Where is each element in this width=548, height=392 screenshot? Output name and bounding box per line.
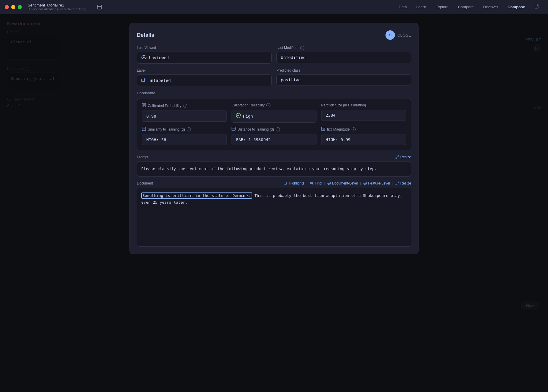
label-label: Label (137, 68, 272, 73)
last-modified-field: Last Modified i Unmodified (276, 46, 411, 64)
svg-rect-6 (142, 79, 145, 82)
svg-rect-16 (232, 127, 235, 131)
document-text: Something is brilliant in the state of D… (137, 188, 411, 247)
document-section-header: Document Highlights | (137, 181, 411, 185)
magnitude-info-icon: i (352, 127, 356, 131)
distance-icon (232, 127, 236, 132)
modal-refresh-button[interactable]: ↻ (385, 30, 395, 40)
svg-point-26 (329, 183, 330, 184)
app-title: SentimentTutorial.re1 (28, 3, 86, 7)
last-modified-info-icon: i (300, 46, 304, 50)
similarity-value: HIGH: 56 (142, 134, 227, 145)
calibrated-prob-label: Calibrated Probability i (142, 103, 227, 108)
predicted-class-field: Predicted class positive (276, 68, 411, 86)
magnitude-label: f(x) f(x) Magnitude i (321, 127, 406, 132)
last-modified-label: Last Modified i (276, 46, 411, 50)
app-subtitle: Binary classification (+search+reranking… (28, 7, 86, 11)
svg-point-22 (311, 182, 313, 184)
svg-line-23 (312, 184, 313, 185)
viewed-modified-row: Last Viewed Unviewed Last Modified i (137, 46, 411, 64)
modal-title: Details (137, 32, 154, 38)
close-window-button[interactable] (5, 5, 9, 9)
prompt-section-header: Prompt Resize (137, 155, 411, 159)
prompt-section: Prompt Resize Please classify the sentim… (137, 155, 411, 177)
app-title-block: SentimentTutorial.re1 Binary classificat… (28, 3, 86, 11)
predicted-class-value: positive (276, 74, 411, 85)
calibration-reliability-value: High (232, 110, 316, 123)
label-text: unlabeled (148, 78, 171, 83)
similarity-info-icon: i (187, 127, 191, 131)
svg-point-24 (311, 182, 312, 183)
modal-header: Details ↻ CLOSE (137, 30, 411, 40)
svg-rect-13 (142, 127, 146, 131)
eye-icon (141, 55, 147, 60)
predicted-class-label: Predicted class (276, 68, 411, 73)
nav-data[interactable]: Data (395, 3, 411, 11)
svg-text:f(x): f(x) (322, 128, 325, 130)
last-modified-value: Unmodified (276, 52, 411, 63)
magnitude-icon: f(x) (321, 127, 325, 132)
calibration-reliability-field: Calibration Reliability i High (232, 103, 316, 123)
partition-size-field: Partition Size (in Calibration) 2384 (321, 103, 406, 123)
partition-size-label: Partition Size (in Calibration) (321, 103, 406, 107)
modal-overlay: Details ↻ CLOSE Last Viewed Unviewed (0, 14, 548, 392)
uncertainty-box: Calibrated Probability i 0.98 Calibratio… (137, 98, 411, 150)
calibrated-prob-icon (142, 103, 146, 108)
document-controls: Highlights | Find | (284, 181, 411, 185)
nav-discover[interactable]: Discover (479, 3, 502, 11)
shield-icon (236, 113, 241, 119)
svg-rect-0 (97, 5, 101, 9)
calibration-reliability-label: Calibration Reliability i (232, 103, 316, 107)
calibrated-prob-field: Calibrated Probability i 0.98 (142, 103, 227, 123)
document-section: Document Highlights | (137, 181, 411, 247)
distance-value: FAR: 1.5980942 (232, 134, 316, 145)
feature-level-button[interactable]: Feature-Level (363, 181, 390, 185)
nav-learn[interactable]: Learn (412, 3, 430, 11)
calibrated-prob-value: 0.98 (142, 111, 227, 122)
tag-icon (141, 78, 146, 83)
titlebar: SentimentTutorial.re1 Binary classificat… (0, 0, 548, 14)
distance-info-icon: i (276, 127, 280, 131)
maximize-window-button[interactable] (18, 5, 22, 9)
label-predicted-row: Label unlabeled Predicted class positi (137, 68, 411, 86)
layers-icon[interactable] (95, 2, 104, 12)
prompt-text: Please classify the sentiment of the fol… (137, 162, 411, 177)
uncertainty-section: Uncertainty (137, 91, 411, 150)
minimize-window-button[interactable] (11, 5, 15, 9)
document-resize-button[interactable]: Resize (396, 181, 411, 185)
last-viewed-value: Unviewed (137, 52, 272, 64)
similarity-field: Similarity to Training (q) i HIGH: 56 (142, 127, 227, 145)
similarity-label: Similarity to Training (q) i (142, 127, 227, 132)
highlights-button[interactable]: Highlights (284, 181, 304, 185)
window-controls (5, 5, 22, 9)
modal-close-area: ↻ CLOSE (385, 30, 411, 40)
nav-explore[interactable]: Explore (431, 3, 453, 11)
nav-compare[interactable]: Compare (454, 3, 478, 11)
nav-compose[interactable]: Compose (503, 3, 529, 11)
prompt-resize-button[interactable]: Resize (396, 155, 411, 159)
calibration-reliability-info-icon: i (266, 103, 270, 107)
label-value: unlabeled (137, 74, 272, 86)
share-icon-btn[interactable] (530, 2, 543, 11)
document-highlighted-text: Something is brilliant in the state of D… (141, 192, 252, 199)
modal-close-button[interactable]: CLOSE (397, 33, 411, 37)
find-button[interactable]: Find (310, 181, 321, 185)
nav-bar: Data Learn Explore Compare Discover Comp… (395, 2, 543, 11)
magnitude-field: f(x) f(x) Magnitude i HIGH: 0.99 (321, 127, 406, 145)
uncertainty-grid: Calibrated Probability i 0.98 Calibratio… (142, 103, 406, 123)
details-modal: Details ↻ CLOSE Last Viewed Unviewed (129, 23, 419, 254)
partition-size-value: 2384 (321, 110, 406, 121)
distance-field: Distance to Training (d) i FAR: 1.598094… (232, 127, 316, 145)
svg-point-25 (328, 182, 331, 185)
svg-point-5 (143, 57, 145, 58)
uncertainty-grid-2: Similarity to Training (q) i HIGH: 56 (142, 127, 406, 145)
similarity-icon (142, 127, 146, 132)
magnitude-value: HIGH: 0.99 (321, 134, 406, 145)
document-section-label: Document (137, 181, 153, 185)
calibrated-prob-info-icon: i (183, 104, 187, 108)
prompt-section-label: Prompt (137, 155, 148, 159)
uncertainty-label: Uncertainty (137, 91, 411, 95)
last-viewed-text: Unviewed (149, 55, 169, 60)
document-level-button[interactable]: Document-Level (327, 181, 358, 185)
last-viewed-label: Last Viewed (137, 46, 272, 50)
